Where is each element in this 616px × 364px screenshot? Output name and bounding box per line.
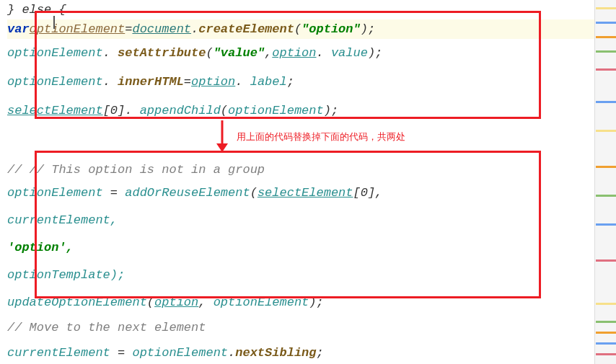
line0-text: } else { (7, 0, 66, 19)
code-line: selectElement[0]. appendChild(optionElem… (7, 97, 616, 125)
tok-var: var (7, 19, 30, 39)
tok-string-option: "option" (302, 19, 361, 39)
cursor-icon (53, 16, 55, 29)
tok-string-value: "value" (214, 43, 265, 63)
code-line: optionElement. setAttribute("value",opti… (7, 39, 616, 68)
tok-appendChild: appendChild (140, 101, 221, 120)
code-line-comment: // Move to the next element (7, 316, 616, 339)
minimap[interactable] (594, 0, 616, 364)
tok-option: option (272, 43, 316, 63)
tok-setAttribute: setAttribute (118, 43, 206, 63)
code-line-comment: // // This option is not in a group (7, 160, 616, 179)
tok-addOrReuseElement: addOrReuseElement (125, 183, 250, 203)
code-line-highlighted: var optionElement=document.createElement… (7, 19, 616, 39)
tok-document: document (132, 19, 191, 39)
tok-selectElement: selectElement (7, 101, 103, 120)
tok-updateOptionElement: updateOptionElement (7, 293, 147, 312)
svg-marker-1 (216, 143, 228, 152)
code-line: updateOptionElement(option, optionElemen… (7, 289, 616, 316)
code-line: optionElement. innerHTML=option. label; (7, 68, 616, 97)
tok-optionElement: optionElement (30, 19, 126, 39)
code-editor[interactable]: } else { var optionElement=document.crea… (0, 0, 616, 364)
code-line: currentElement = optionElement.nextSibli… (7, 339, 616, 364)
code-line: optionElement = addOrReuseElement(select… (7, 179, 616, 207)
code-line: 'option', (7, 234, 616, 262)
tok-nextSibling: nextSibling (235, 343, 316, 363)
tok-innerHTML: innerHTML (118, 72, 184, 92)
arrow-down-icon (214, 120, 231, 152)
tok-createElement: createElement (198, 19, 294, 39)
code-line: currentElement, (7, 207, 616, 234)
comment-text: // Move to the next element (7, 318, 206, 337)
code-line: optionTemplate); (7, 262, 616, 289)
tok-currentElement: currentElement (7, 343, 110, 363)
comment-text: // // This option is not in a group (7, 160, 265, 179)
code-line: } else { (7, 0, 616, 19)
annotation-text: 用上面的代码替换掉下面的代码，共两处 (237, 130, 405, 143)
